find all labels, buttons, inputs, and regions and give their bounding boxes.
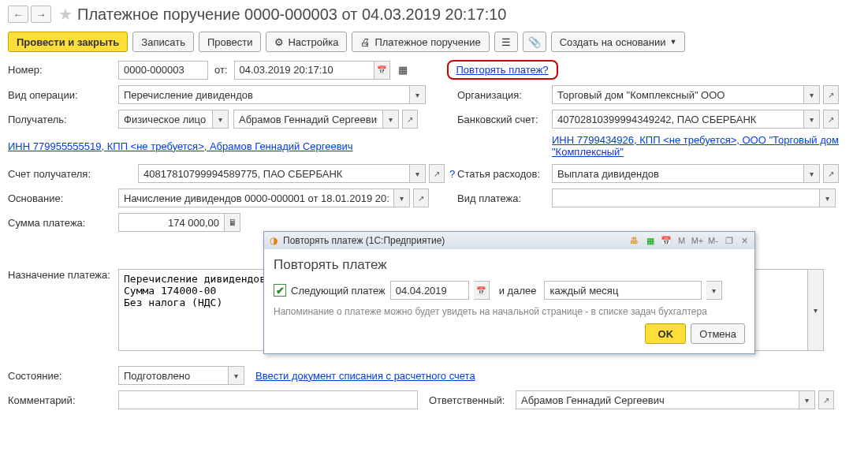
from-label: от: xyxy=(214,64,228,76)
exp-item-label: Статья расходов: xyxy=(457,168,552,180)
op-type-input[interactable] xyxy=(118,85,410,104)
chevron-down-icon[interactable]: ▾ xyxy=(799,390,815,409)
paperclip-icon: 📎 xyxy=(528,36,541,48)
attach-button[interactable]: 📎 xyxy=(523,32,546,52)
state-link[interactable]: Ввести документ списания с расчетного сч… xyxy=(255,370,475,382)
post-button[interactable]: Провести xyxy=(199,32,262,52)
settings-button[interactable]: ⚙ Настройка xyxy=(266,32,347,52)
bank-acc-input[interactable] xyxy=(552,110,804,129)
interval-select[interactable] xyxy=(544,281,702,300)
close-icon[interactable]: ✕ xyxy=(738,234,751,248)
org-label: Организация: xyxy=(457,89,552,101)
responsible-label: Ответственный: xyxy=(429,394,516,406)
chevron-down-icon[interactable]: ▾ xyxy=(804,110,820,129)
and-more-label: и далее xyxy=(499,285,537,297)
calc-mplus-button[interactable]: M+ xyxy=(691,234,704,248)
dialog-wintitle: Повторять платеж (1С:Предприятие) xyxy=(283,235,445,246)
open-icon[interactable]: ↗ xyxy=(823,110,839,129)
chevron-down-icon: ▼ xyxy=(670,38,677,46)
structure-icon: ☰ xyxy=(501,36,511,48)
write-button[interactable]: Записать xyxy=(132,32,194,52)
chevron-down-icon[interactable]: ▾ xyxy=(410,85,426,104)
pay-kind-label: Вид платежа: xyxy=(457,192,552,204)
chevron-down-icon[interactable]: ▾ xyxy=(383,110,399,129)
chevron-down-icon[interactable]: ▾ xyxy=(820,189,836,207)
recipient-kind-input[interactable] xyxy=(118,110,213,129)
calendar-icon[interactable]: 📅 xyxy=(474,281,490,300)
favorite-star-icon[interactable]: ★ xyxy=(58,5,73,24)
calendar-icon[interactable]: 📅 xyxy=(374,61,390,80)
open-icon[interactable]: ↗ xyxy=(823,164,839,183)
app-1c-icon: ◑ xyxy=(267,234,280,247)
exp-item-input[interactable] xyxy=(552,164,804,183)
open-icon[interactable]: ↗ xyxy=(429,164,445,183)
responsible-input[interactable] xyxy=(516,390,799,409)
page-title: Платежное поручение 0000-000003 от 04.03… xyxy=(77,6,506,24)
open-icon[interactable]: ↗ xyxy=(823,85,839,104)
cancel-button[interactable]: Отмена xyxy=(691,323,745,344)
comment-label: Комментарий: xyxy=(8,394,118,406)
state-input[interactable] xyxy=(118,366,229,385)
number-label: Номер: xyxy=(8,64,118,76)
org-input[interactable] xyxy=(552,85,804,104)
chevron-down-icon[interactable]: ▾ xyxy=(804,164,820,183)
recip-acc-input[interactable] xyxy=(138,164,410,183)
repeat-payment-link[interactable]: Повторять платеж? xyxy=(456,64,549,76)
basis-input[interactable] xyxy=(118,189,394,207)
structure-button[interactable]: ☰ xyxy=(494,32,518,52)
restore-icon[interactable]: ❐ xyxy=(722,234,736,248)
open-icon[interactable]: ↗ xyxy=(402,110,418,129)
calendar-small-icon[interactable]: 📅 xyxy=(659,234,672,248)
enable-repeat-checkbox[interactable]: ✔ xyxy=(274,284,286,297)
help-icon[interactable]: ? xyxy=(449,168,455,180)
next-payment-label: Следующий платеж xyxy=(291,285,386,297)
inn-left-link[interactable]: ИНН 779955555519, КПП <не требуется>, Аб… xyxy=(8,140,353,152)
op-type-label: Вид операции: xyxy=(8,89,118,101)
next-date-input[interactable] xyxy=(390,281,469,300)
printer-icon: 🖨 xyxy=(360,36,371,48)
recipient-name-input[interactable] xyxy=(233,110,383,129)
chevron-down-icon[interactable]: ▾ xyxy=(706,281,722,300)
calc-m-button[interactable]: M xyxy=(675,234,688,248)
list-picker-icon[interactable]: ▦ xyxy=(398,64,408,76)
purpose-label: Назначение платежа: xyxy=(8,269,118,281)
chevron-down-icon[interactable]: ▾ xyxy=(213,110,229,129)
calculator-icon[interactable]: 🖩 xyxy=(225,213,240,232)
comment-input[interactable] xyxy=(118,390,418,409)
open-icon[interactable]: ↗ xyxy=(413,189,429,207)
recip-acc-label: Счет получателя: xyxy=(8,168,138,180)
sum-input[interactable] xyxy=(118,213,225,232)
state-label: Состояние: xyxy=(8,370,118,382)
dialog-heading: Повторять платеж xyxy=(274,257,745,273)
nav-forward-button[interactable]: → xyxy=(31,6,51,23)
chevron-down-icon[interactable]: ▾ xyxy=(804,85,820,104)
basis-label: Основание: xyxy=(8,192,118,204)
print-icon[interactable]: 🖶 xyxy=(628,234,641,248)
gear-icon: ⚙ xyxy=(274,36,284,48)
date-input[interactable] xyxy=(234,61,374,80)
create-based-button[interactable]: Создать на основании ▼ xyxy=(551,32,686,52)
grid-icon[interactable]: ▦ xyxy=(643,234,657,248)
pay-kind-input[interactable] xyxy=(552,189,820,207)
sum-label: Сумма платежа: xyxy=(8,217,118,229)
ok-button[interactable]: OK xyxy=(645,323,686,344)
chevron-down-icon[interactable]: ▾ xyxy=(394,189,410,207)
number-input[interactable] xyxy=(118,61,208,80)
repeat-payment-dialog: ◑ Повторять платеж (1С:Предприятие) 🖶 ▦ … xyxy=(263,231,755,354)
post-and-close-button[interactable]: Провести и закрыть xyxy=(8,32,128,52)
inn-right-link[interactable]: ИНН 7799434926, КПП <не требуется>, ООО … xyxy=(552,134,860,158)
calc-mminus-button[interactable]: M- xyxy=(706,234,720,248)
chevron-down-icon[interactable]: ▾ xyxy=(410,164,426,183)
open-icon[interactable]: ↗ xyxy=(818,390,834,409)
chevron-down-icon[interactable]: ▾ xyxy=(808,269,824,351)
dialog-note: Напоминание о платеже можно будет увидет… xyxy=(274,306,745,317)
recipient-label: Получатель: xyxy=(8,114,118,125)
nav-back-button[interactable]: ← xyxy=(8,6,28,23)
print-button[interactable]: 🖨 Платежное поручение xyxy=(352,32,489,52)
chevron-down-icon[interactable]: ▾ xyxy=(229,366,244,385)
bank-acc-label: Банковский счет: xyxy=(457,114,552,125)
